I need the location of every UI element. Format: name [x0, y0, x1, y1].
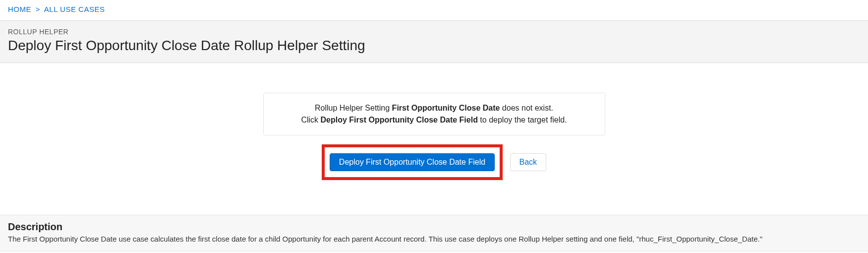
page-eyebrow: ROLLUP HELPER: [8, 28, 860, 36]
notice-line-2: Click Deploy First Opportunity Close Dat…: [274, 114, 595, 126]
notice-box: Rollup Helper Setting First Opportunity …: [263, 93, 605, 135]
notice-line2-post: to deploy the target field.: [478, 116, 567, 124]
back-button[interactable]: Back: [510, 153, 547, 171]
description-body: The First Opportunity Close Date use cas…: [8, 235, 860, 243]
deploy-button[interactable]: Deploy First Opportunity Close Date Fiel…: [330, 153, 495, 171]
notice-line-1: Rollup Helper Setting First Opportunity …: [274, 102, 595, 114]
description-section: Description The First Opportunity Close …: [0, 215, 868, 252]
highlight-frame: Deploy First Opportunity Close Date Fiel…: [322, 144, 503, 180]
notice-line2-bold: Deploy First Opportunity Close Date Fiel…: [321, 116, 478, 124]
breadcrumb-all-use-cases-link[interactable]: ALL USE CASES: [44, 5, 105, 13]
page-title: Deploy First Opportunity Close Date Roll…: [8, 38, 860, 54]
breadcrumb-separator: >: [34, 5, 42, 13]
page-header: ROLLUP HELPER Deploy First Opportunity C…: [0, 20, 868, 63]
notice-line1-pre: Rollup Helper Setting: [315, 104, 392, 112]
breadcrumb: HOME > ALL USE CASES: [0, 0, 868, 20]
description-heading: Description: [8, 221, 860, 233]
breadcrumb-home-link[interactable]: HOME: [8, 5, 31, 13]
notice-line1-bold: First Opportunity Close Date: [392, 104, 500, 112]
notice-line2-pre: Click: [301, 116, 320, 124]
button-row: Deploy First Opportunity Close Date Fiel…: [263, 144, 605, 180]
content-area: Rollup Helper Setting First Opportunity …: [0, 63, 868, 195]
notice-line1-post: does not exist.: [500, 104, 553, 112]
